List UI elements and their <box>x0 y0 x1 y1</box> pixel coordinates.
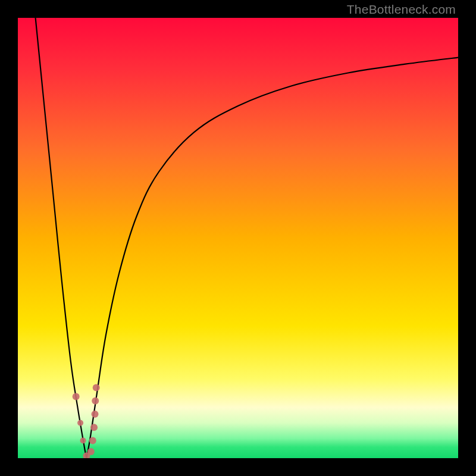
valley-dot <box>92 411 99 418</box>
valley-dot <box>77 420 83 426</box>
plot-area <box>18 18 458 458</box>
valley-dot <box>92 397 99 405</box>
left-branch-curve <box>36 18 87 458</box>
chart-frame: TheBottleneck.com <box>0 0 476 476</box>
valley-dot <box>89 437 96 444</box>
valley-dot <box>87 448 95 455</box>
curve-layer <box>18 18 458 458</box>
right-branch-curve <box>86 58 458 458</box>
valley-dot <box>73 393 80 400</box>
valley-dots-group <box>73 384 100 458</box>
valley-dot <box>90 424 98 431</box>
valley-dot <box>80 437 86 443</box>
valley-dot <box>93 384 100 392</box>
watermark-text: TheBottleneck.com <box>347 2 456 17</box>
